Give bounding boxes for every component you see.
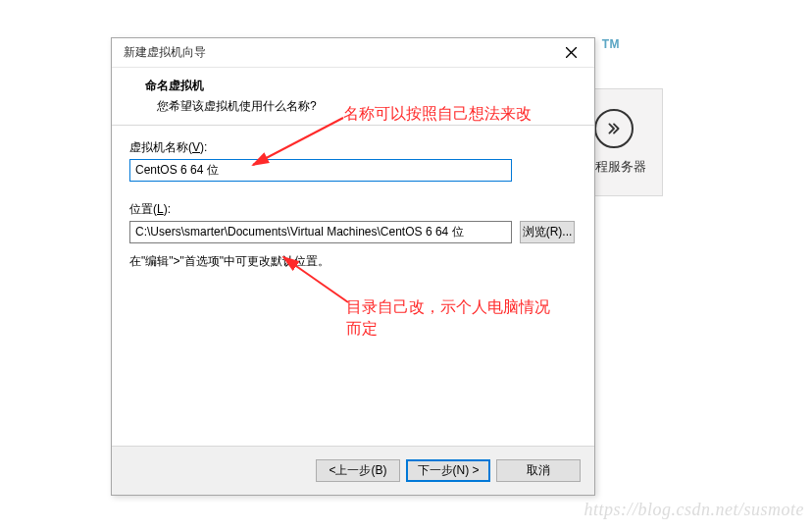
dialog-footer: <上一步(B) 下一步(N) > 取消 (112, 446, 594, 495)
close-icon (566, 47, 577, 58)
dialog-content: 虚拟机名称(V): 位置(L): 浏览(R)... 在"编辑">"首选项"中可更… (112, 126, 594, 446)
header-title: 命名虚拟机 (145, 78, 573, 94)
vm-name-label: 虚拟机名称(V): (129, 139, 577, 156)
trademark-text: TM (602, 37, 620, 51)
back-button[interactable]: <上一步(B) (316, 459, 400, 482)
remote-server-icon (594, 109, 634, 148)
browse-button[interactable]: 浏览(R)... (520, 221, 575, 243)
dialog-header: 命名虚拟机 您希望该虚拟机使用什么名称? (112, 68, 594, 126)
next-button[interactable]: 下一步(N) > (406, 459, 490, 482)
cancel-button[interactable]: 取消 (496, 459, 581, 482)
header-subtitle: 您希望该虚拟机使用什么名称? (157, 98, 573, 115)
dialog-title: 新建虚拟机向导 (124, 44, 206, 61)
close-button[interactable] (551, 40, 590, 66)
watermark-text: https://blog.csdn.net/susmote (584, 500, 805, 520)
hint-text: 在"编辑">"首选项"中可更改默认位置。 (129, 253, 577, 270)
new-vm-wizard-dialog: 新建虚拟机向导 命名虚拟机 您希望该虚拟机使用什么名称? 虚拟机名称(V): 位… (111, 37, 595, 496)
location-label: 位置(L): (129, 201, 577, 218)
dialog-titlebar: 新建虚拟机向导 (112, 38, 594, 68)
location-input[interactable] (129, 221, 512, 243)
vm-name-input[interactable] (129, 159, 512, 182)
